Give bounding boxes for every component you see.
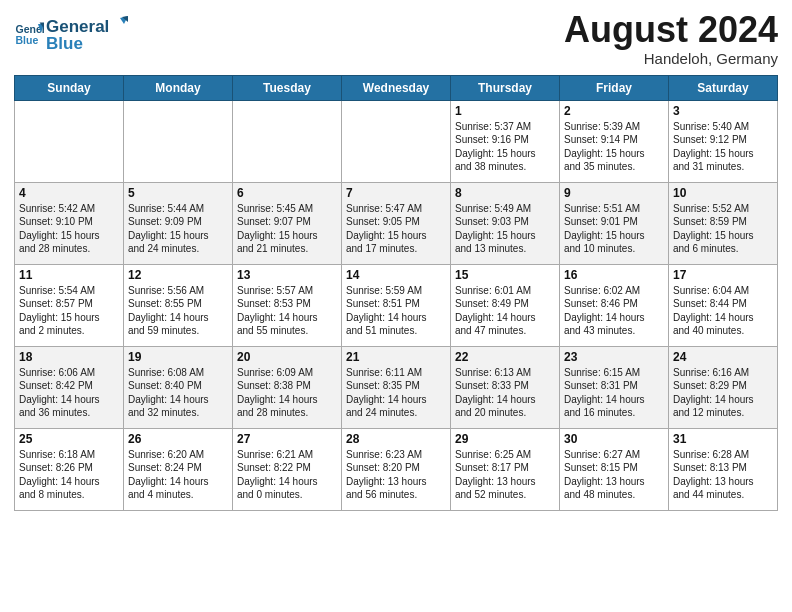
calendar-cell: [124, 100, 233, 182]
calendar-cell: 16Sunrise: 6:02 AMSunset: 8:46 PMDayligh…: [560, 264, 669, 346]
day-info: Sunrise: 5:37 AMSunset: 9:16 PMDaylight:…: [455, 120, 555, 174]
calendar-cell: 10Sunrise: 5:52 AMSunset: 8:59 PMDayligh…: [669, 182, 778, 264]
calendar-cell: 12Sunrise: 5:56 AMSunset: 8:55 PMDayligh…: [124, 264, 233, 346]
day-info: Sunrise: 6:01 AMSunset: 8:49 PMDaylight:…: [455, 284, 555, 338]
day-number: 27: [237, 432, 337, 446]
header: General Blue General Blue August 2024 Ha…: [14, 10, 778, 67]
day-number: 7: [346, 186, 446, 200]
day-number: 28: [346, 432, 446, 446]
calendar-table: Sunday Monday Tuesday Wednesday Thursday…: [14, 75, 778, 511]
day-number: 25: [19, 432, 119, 446]
day-number: 18: [19, 350, 119, 364]
col-wednesday: Wednesday: [342, 75, 451, 100]
day-number: 12: [128, 268, 228, 282]
calendar-cell: 14Sunrise: 5:59 AMSunset: 8:51 PMDayligh…: [342, 264, 451, 346]
day-number: 3: [673, 104, 773, 118]
calendar-cell: 30Sunrise: 6:27 AMSunset: 8:15 PMDayligh…: [560, 428, 669, 510]
day-number: 24: [673, 350, 773, 364]
day-info: Sunrise: 6:08 AMSunset: 8:40 PMDaylight:…: [128, 366, 228, 420]
col-friday: Friday: [560, 75, 669, 100]
day-number: 19: [128, 350, 228, 364]
calendar-cell: 13Sunrise: 5:57 AMSunset: 8:53 PMDayligh…: [233, 264, 342, 346]
calendar-week-2: 4Sunrise: 5:42 AMSunset: 9:10 PMDaylight…: [15, 182, 778, 264]
calendar-cell: 2Sunrise: 5:39 AMSunset: 9:14 PMDaylight…: [560, 100, 669, 182]
day-number: 20: [237, 350, 337, 364]
day-number: 11: [19, 268, 119, 282]
location-subtitle: Handeloh, Germany: [564, 50, 778, 67]
day-info: Sunrise: 5:49 AMSunset: 9:03 PMDaylight:…: [455, 202, 555, 256]
day-number: 16: [564, 268, 664, 282]
header-row: Sunday Monday Tuesday Wednesday Thursday…: [15, 75, 778, 100]
day-number: 8: [455, 186, 555, 200]
calendar-cell: 28Sunrise: 6:23 AMSunset: 8:20 PMDayligh…: [342, 428, 451, 510]
day-number: 30: [564, 432, 664, 446]
day-info: Sunrise: 5:47 AMSunset: 9:05 PMDaylight:…: [346, 202, 446, 256]
calendar-cell: 11Sunrise: 5:54 AMSunset: 8:57 PMDayligh…: [15, 264, 124, 346]
day-info: Sunrise: 6:04 AMSunset: 8:44 PMDaylight:…: [673, 284, 773, 338]
day-info: Sunrise: 5:59 AMSunset: 8:51 PMDaylight:…: [346, 284, 446, 338]
day-info: Sunrise: 6:15 AMSunset: 8:31 PMDaylight:…: [564, 366, 664, 420]
calendar-cell: 29Sunrise: 6:25 AMSunset: 8:17 PMDayligh…: [451, 428, 560, 510]
day-info: Sunrise: 5:52 AMSunset: 8:59 PMDaylight:…: [673, 202, 773, 256]
calendar-cell: 24Sunrise: 6:16 AMSunset: 8:29 PMDayligh…: [669, 346, 778, 428]
calendar-cell: [15, 100, 124, 182]
day-info: Sunrise: 5:42 AMSunset: 9:10 PMDaylight:…: [19, 202, 119, 256]
logo-blue: Blue: [46, 34, 128, 54]
page: General Blue General Blue August 2024 Ha…: [0, 0, 792, 612]
col-saturday: Saturday: [669, 75, 778, 100]
col-thursday: Thursday: [451, 75, 560, 100]
calendar-week-5: 25Sunrise: 6:18 AMSunset: 8:26 PMDayligh…: [15, 428, 778, 510]
calendar-cell: 1Sunrise: 5:37 AMSunset: 9:16 PMDaylight…: [451, 100, 560, 182]
day-number: 15: [455, 268, 555, 282]
month-year-title: August 2024: [564, 10, 778, 50]
day-info: Sunrise: 6:20 AMSunset: 8:24 PMDaylight:…: [128, 448, 228, 502]
day-info: Sunrise: 6:11 AMSunset: 8:35 PMDaylight:…: [346, 366, 446, 420]
calendar-cell: 18Sunrise: 6:06 AMSunset: 8:42 PMDayligh…: [15, 346, 124, 428]
calendar-cell: [233, 100, 342, 182]
calendar-cell: [342, 100, 451, 182]
calendar-cell: 20Sunrise: 6:09 AMSunset: 8:38 PMDayligh…: [233, 346, 342, 428]
day-number: 5: [128, 186, 228, 200]
col-monday: Monday: [124, 75, 233, 100]
calendar-cell: 25Sunrise: 6:18 AMSunset: 8:26 PMDayligh…: [15, 428, 124, 510]
day-number: 13: [237, 268, 337, 282]
logo-icon: General Blue: [14, 18, 44, 48]
day-info: Sunrise: 5:56 AMSunset: 8:55 PMDaylight:…: [128, 284, 228, 338]
day-number: 10: [673, 186, 773, 200]
calendar-cell: 3Sunrise: 5:40 AMSunset: 9:12 PMDaylight…: [669, 100, 778, 182]
day-info: Sunrise: 5:57 AMSunset: 8:53 PMDaylight:…: [237, 284, 337, 338]
calendar-cell: 15Sunrise: 6:01 AMSunset: 8:49 PMDayligh…: [451, 264, 560, 346]
day-number: 17: [673, 268, 773, 282]
calendar-cell: 8Sunrise: 5:49 AMSunset: 9:03 PMDaylight…: [451, 182, 560, 264]
day-number: 4: [19, 186, 119, 200]
calendar-cell: 26Sunrise: 6:20 AMSunset: 8:24 PMDayligh…: [124, 428, 233, 510]
col-sunday: Sunday: [15, 75, 124, 100]
title-block: August 2024 Handeloh, Germany: [564, 10, 778, 67]
day-number: 31: [673, 432, 773, 446]
logo: General Blue General Blue: [14, 14, 128, 54]
col-tuesday: Tuesday: [233, 75, 342, 100]
calendar-cell: 22Sunrise: 6:13 AMSunset: 8:33 PMDayligh…: [451, 346, 560, 428]
day-number: 2: [564, 104, 664, 118]
calendar-cell: 7Sunrise: 5:47 AMSunset: 9:05 PMDaylight…: [342, 182, 451, 264]
day-info: Sunrise: 6:02 AMSunset: 8:46 PMDaylight:…: [564, 284, 664, 338]
calendar-week-1: 1Sunrise: 5:37 AMSunset: 9:16 PMDaylight…: [15, 100, 778, 182]
logo-bird-icon: [110, 14, 128, 32]
day-number: 1: [455, 104, 555, 118]
day-info: Sunrise: 6:23 AMSunset: 8:20 PMDaylight:…: [346, 448, 446, 502]
day-info: Sunrise: 6:25 AMSunset: 8:17 PMDaylight:…: [455, 448, 555, 502]
calendar-week-4: 18Sunrise: 6:06 AMSunset: 8:42 PMDayligh…: [15, 346, 778, 428]
calendar-cell: 5Sunrise: 5:44 AMSunset: 9:09 PMDaylight…: [124, 182, 233, 264]
day-number: 29: [455, 432, 555, 446]
day-info: Sunrise: 6:13 AMSunset: 8:33 PMDaylight:…: [455, 366, 555, 420]
svg-text:Blue: Blue: [16, 34, 39, 46]
day-number: 22: [455, 350, 555, 364]
day-info: Sunrise: 5:44 AMSunset: 9:09 PMDaylight:…: [128, 202, 228, 256]
calendar-cell: 6Sunrise: 5:45 AMSunset: 9:07 PMDaylight…: [233, 182, 342, 264]
day-info: Sunrise: 5:40 AMSunset: 9:12 PMDaylight:…: [673, 120, 773, 174]
day-number: 23: [564, 350, 664, 364]
day-info: Sunrise: 5:54 AMSunset: 8:57 PMDaylight:…: [19, 284, 119, 338]
day-info: Sunrise: 6:16 AMSunset: 8:29 PMDaylight:…: [673, 366, 773, 420]
calendar-cell: 27Sunrise: 6:21 AMSunset: 8:22 PMDayligh…: [233, 428, 342, 510]
calendar-cell: 17Sunrise: 6:04 AMSunset: 8:44 PMDayligh…: [669, 264, 778, 346]
